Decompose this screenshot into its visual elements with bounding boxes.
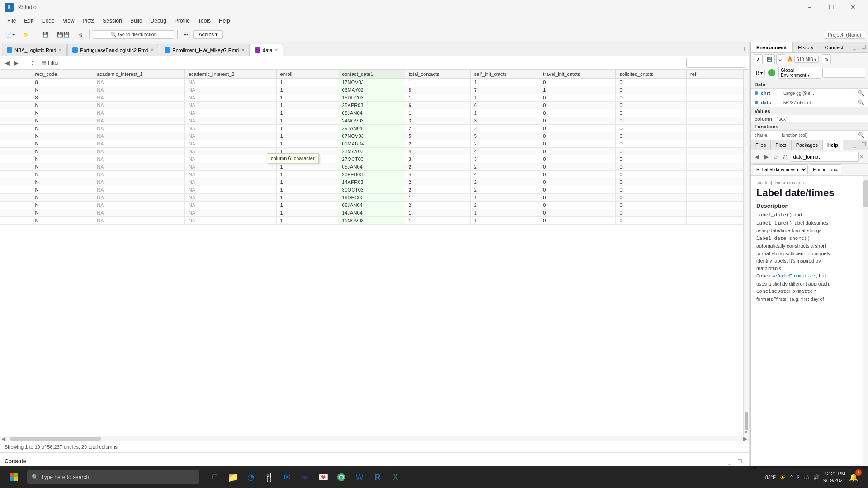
concise-date-link[interactable]: ConciseDateFormatter [756,273,816,279]
taskbar-outlook[interactable]: 💌 [315,469,331,485]
tab-environment[interactable]: Environment [751,42,793,52]
maximize-panel-button[interactable]: ☐ [738,45,747,54]
volume-icon[interactable]: 🔊 [813,474,820,480]
taskbar-task-view[interactable]: ❐ [207,469,223,485]
taskbar-teams[interactable]: ∞ [297,469,313,485]
taskbar-word[interactable]: W [351,469,368,485]
tab-connect[interactable]: Connect [819,42,849,52]
memory-label[interactable]: 610 MiB ▾ [794,56,819,63]
minimize-panel-button[interactable]: ⎯ [727,45,736,54]
go-to-file-button[interactable]: 🔍 Go to file/function [93,30,174,39]
addins-button[interactable]: Addins ▾ [193,30,223,39]
scroll-down-arrow[interactable]: ▼ [744,428,749,436]
env-search-input[interactable] [822,68,866,78]
menu-help[interactable]: Help [215,16,234,25]
tab-nba-close[interactable]: ✕ [58,47,62,52]
env-view-chrt[interactable]: 🔍 [857,89,864,97]
tab-portuguese[interactable]: PortugueseBankLogistic2.Rmd ✕ [67,44,159,56]
print-button[interactable]: 🖨 [75,29,86,41]
col-header-sc[interactable]: solicited_cntcts [616,70,687,79]
tab-files[interactable]: Files [751,140,771,150]
maximize-button[interactable]: ☐ [821,0,842,14]
help-home-button[interactable]: ⌂ [772,152,780,162]
horizontal-scrollbar[interactable]: ◀ ▶ [0,436,749,441]
help-minimize-button[interactable]: ⎯ [850,140,859,149]
tab-enrollment[interactable]: Enrollment_HW_MikeyG.Rmd ✕ [160,44,250,56]
menu-build[interactable]: Build [127,16,146,25]
menu-debug[interactable]: Debug [147,16,170,25]
col-header-sic[interactable]: self_init_cntcts [470,70,539,79]
r-label[interactable]: R ▾ [754,70,765,76]
taskbar-clock[interactable]: 12:21 PM 9/19/2021 [823,470,845,484]
taskbar-mail[interactable]: ✉ [279,469,295,485]
taskbar-r[interactable]: R [369,469,386,485]
help-search-input[interactable] [791,152,859,162]
col-header-enroll[interactable]: enroll [276,70,338,79]
menu-profile[interactable]: Profile [171,16,193,25]
tab-nba-logistic[interactable]: NBA_Logistic.Rmd ✕ [2,44,67,56]
tab-portuguese-close[interactable]: ✕ [151,47,154,52]
menu-session[interactable]: Session [99,16,126,25]
edit-button[interactable]: ✎ [822,54,831,64]
help-forward-button[interactable]: ▶ [762,152,771,162]
tab-plots[interactable]: Plots [771,140,791,150]
taskbar-store[interactable]: 🍴 [261,469,277,485]
r-label-select[interactable]: R: Label date/times ▾ [753,164,808,174]
save-all-button[interactable]: 💾💾 [54,29,73,41]
help-maximize-button[interactable]: ☐ [859,140,868,149]
help-back-button[interactable]: ◀ [753,152,761,162]
new-file-button[interactable]: 📄+ [3,29,18,41]
taskbar-chrome[interactable] [333,469,349,485]
col-header-ai1[interactable]: academic_interest_1 [93,70,185,79]
tab-help[interactable]: Help [823,140,843,150]
menu-edit[interactable]: Edit [20,16,37,25]
tab-history[interactable]: History [793,42,819,52]
minimize-button[interactable]: − [799,0,820,14]
tab-data-close[interactable]: ✕ [274,47,278,52]
env-func-view[interactable]: 🔍 [857,131,864,139]
menu-view[interactable]: View [59,16,78,25]
menu-file[interactable]: File [4,16,19,25]
taskbar-edge[interactable]: ◔ [243,469,259,485]
taskbar-file-explorer[interactable]: 📁 [225,469,241,485]
notification-area[interactable]: 🔔 8 [849,473,864,482]
tab-data[interactable]: data ✕ [250,44,283,56]
tab-packages[interactable]: Packages [792,140,823,150]
col-header-cd1[interactable]: contact_date1 [338,70,405,79]
vertical-scrollbar[interactable]: ▼ [743,70,749,436]
menu-tools[interactable]: Tools [194,16,214,25]
show-in-window-button[interactable]: ⛶ [24,57,36,69]
env-minimize-button[interactable]: ⎯ [850,42,859,52]
table-search-input[interactable] [686,58,745,68]
grid-button[interactable]: ☷ [181,29,192,41]
tab-enrollment-close[interactable]: ✕ [241,47,245,52]
data-table-container[interactable]: recr_code academic_interest_1 academic_i… [0,70,749,436]
col-header-ref[interactable]: ref [687,70,749,79]
close-button[interactable]: ✕ [843,0,863,14]
open-file-button[interactable]: 📁 [20,29,33,41]
console-minimize-button[interactable]: ⎯ [725,457,734,466]
clear-search-button[interactable]: ✕ [859,152,866,162]
nav-forward-button[interactable]: ▶ [12,59,20,66]
taskbar-search[interactable]: 🔍 Type here to search [27,470,199,484]
filter-button[interactable]: ▤ Filter [38,58,62,67]
col-header-tic[interactable]: travel_init_cntcts [539,70,616,79]
env-load-button[interactable]: ↙ [776,54,785,64]
col-header-ai2[interactable]: academic_interest_2 [184,70,276,79]
help-print-button[interactable]: 🖨 [781,152,790,162]
network-icon[interactable]: ⎘ [797,474,800,480]
save-button[interactable]: 💾 [39,29,52,41]
env-import-button[interactable]: ↗ [754,54,763,64]
menu-code[interactable]: Code [38,16,58,25]
menu-plots[interactable]: Plots [79,16,99,25]
system-tray-show[interactable]: ⌃ [789,474,793,480]
wifi-icon[interactable]: ♧ [804,474,810,481]
help-scrollbar[interactable] [863,176,868,465]
col-header-tc[interactable]: total_contacts [405,70,470,79]
console-maximize-button[interactable]: ☐ [735,457,744,466]
nav-back-button[interactable]: ◀ [4,59,11,66]
env-view-data[interactable]: 🔍 [857,99,864,106]
start-button[interactable] [4,466,25,488]
env-save-button[interactable]: 💾 [764,54,775,64]
env-maximize-button[interactable]: ☐ [859,42,868,52]
